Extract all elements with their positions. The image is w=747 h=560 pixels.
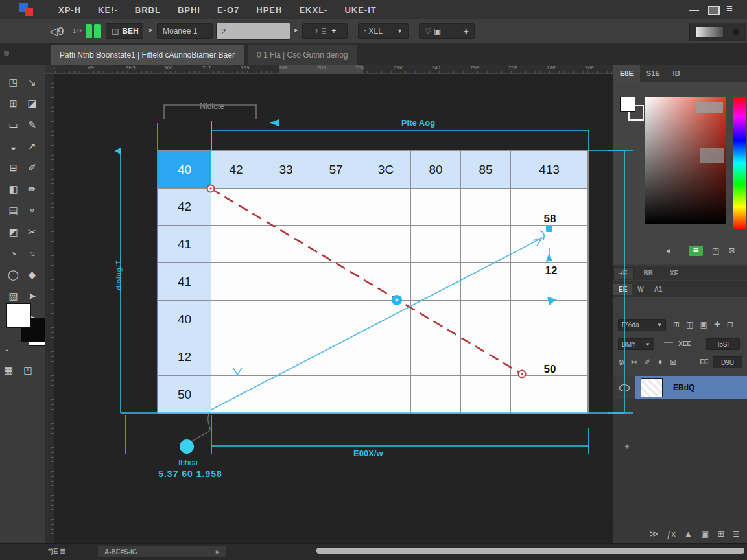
opacity-field[interactable]: IbSl — [706, 338, 740, 350]
bmy-select[interactable]: BMY ▼ — [618, 338, 654, 350]
minimize-button[interactable]: — — [689, 4, 699, 15]
tool-icon-4[interactable]: ▭ — [4, 117, 23, 134]
tool-icon-12[interactable]: ▤ — [4, 202, 23, 219]
tool-icon-15[interactable]: ✂ — [23, 224, 42, 240]
blend-mode-select[interactable]: E%da ▼ — [618, 319, 666, 331]
menu-item-3[interactable]: BPHI — [178, 5, 200, 15]
tool-icon-19[interactable]: ◆ — [23, 266, 42, 283]
tool-icon-1[interactable]: ↘ — [23, 74, 42, 91]
color-tab-0[interactable]: E8E — [613, 65, 640, 82]
selection-mode-group[interactable]: ♀ ⌸ + — [302, 23, 348, 39]
menu-item-2[interactable]: BRBL — [135, 5, 161, 15]
foreground-color-swatch[interactable] — [6, 303, 31, 328]
lock-icon-3[interactable]: ✚ — [714, 320, 720, 329]
style-dropdown[interactable]: ▫ XLL ▼ — [358, 23, 409, 39]
adjust-icon-1[interactable]: ✂ — [631, 358, 637, 367]
adjust-icon-2[interactable]: ✐ — [644, 358, 650, 367]
horizontal-scrollbar[interactable] — [316, 548, 744, 554]
tool-icon-11[interactable]: ✏ — [23, 181, 42, 198]
fill-field[interactable]: D9U — [713, 356, 742, 368]
color-panel-icon-3[interactable]: ⊠ — [728, 246, 735, 255]
menu-item-1[interactable]: KE!- — [98, 5, 118, 15]
tool-icon-17[interactable]: ≈ — [23, 245, 42, 262]
layers-empty-area — [613, 399, 747, 441]
tool-icon-0[interactable]: ◳ — [4, 74, 23, 91]
panel-mini-box[interactable]: +E — [613, 267, 634, 279]
maximize-button[interactable] — [708, 6, 720, 15]
lock-icon-4[interactable]: ⊟ — [727, 320, 733, 329]
tool-active-icon2[interactable] — [94, 24, 101, 38]
lock-icon-1[interactable]: ◫ — [686, 320, 693, 329]
lock-icon-0[interactable]: ⊞ — [673, 320, 680, 329]
tool-icon-2[interactable]: ⊞ — [4, 95, 23, 112]
chevron-right-icon[interactable]: ➤ — [148, 27, 153, 34]
tool-icon-14[interactable]: ◩ — [4, 224, 23, 240]
ruler-origin-box[interactable] — [45, 65, 54, 74]
preset-name-field[interactable]: Moanee 1 — [157, 23, 213, 39]
color-panel-icon-2[interactable]: ◳ — [712, 246, 719, 255]
zoom-level-label[interactable]: *)E ≣ — [48, 547, 66, 555]
tool-icon-6[interactable]: ◒ — [4, 138, 23, 155]
window-menu-button[interactable]: ≡ — [726, 3, 733, 16]
tool-icon-10[interactable]: ◧ — [4, 181, 23, 198]
table-cell-r6c4 — [361, 376, 411, 414]
tool-icon-5[interactable]: ✎ — [23, 117, 42, 134]
color-field[interactable] — [645, 97, 726, 224]
color-panel-icon-0[interactable]: ◄— — [664, 246, 680, 255]
color-tab-2[interactable]: IB — [667, 65, 687, 82]
menu-item-7[interactable]: UKE-IT — [344, 5, 376, 15]
menu-item-6[interactable]: EKXL- — [299, 5, 327, 15]
menu-item-5[interactable]: HPEH — [256, 5, 282, 15]
menu-item-4[interactable]: E-O7 — [217, 5, 239, 15]
shape-options-group[interactable]: ♡ ▣ + — [419, 23, 475, 39]
mini-tab-r1-0[interactable]: BB — [639, 268, 658, 279]
tool-icon-3[interactable]: ◪ — [23, 95, 42, 112]
tool-preset-button[interactable]: ◫ BEH — [106, 23, 143, 39]
layers-bottom-icon-3[interactable]: ▣ — [701, 529, 709, 539]
document-tab-2[interactable]: 0 1 Fla | Cso Gutnn denog — [248, 45, 357, 65]
layers-bottom-icon-0[interactable]: ≫ — [650, 529, 659, 539]
adjust-icon-3[interactable]: ✦ — [657, 358, 663, 367]
panel-collapse-icon[interactable] — [4, 51, 9, 56]
layer-row[interactable]: EBdQ — [613, 376, 747, 399]
layers-bottom-icons: ≫ƒx▲▣⊞≣ — [613, 524, 747, 543]
value-input[interactable]: 2 — [216, 23, 290, 40]
color-tab-1[interactable]: S1E — [640, 65, 667, 82]
mini-tab-r2-1[interactable]: W — [632, 284, 648, 295]
tool-icon-20[interactable]: ▧ — [4, 288, 23, 305]
undo-arrow-icon[interactable]: ◁9 — [49, 25, 64, 38]
workspace-switcher[interactable] — [689, 23, 746, 41]
color-panel-icon-1[interactable]: ≣ — [689, 246, 703, 256]
toolbox-bottom-icon-0[interactable]: ▦ — [4, 362, 13, 379]
layers-bottom-icon-5[interactable]: ≣ — [733, 529, 740, 539]
mini-tab-r2-2[interactable]: A1 — [649, 284, 668, 295]
table-cell-r6c0: 50 — [158, 376, 211, 414]
document-info-text: A-BE#S-IG — [104, 548, 137, 555]
layer-row-selected[interactable]: EBdQ — [635, 376, 747, 399]
layers-bottom-icon-4[interactable]: ⊞ — [717, 529, 724, 539]
adjust-icon-4[interactable]: ⊠ — [670, 358, 676, 367]
adjust-icon-0[interactable]: ⊗ — [618, 358, 624, 367]
chevron-right-icon2[interactable]: ➤ — [293, 27, 298, 34]
mini-tab-r1-1[interactable]: XE — [665, 268, 683, 279]
document-tab-1[interactable]: Patti Ntnb Boonstate1 | Fitteld cAunnoBi… — [51, 45, 244, 65]
tool-icon-13[interactable]: ⚬ — [23, 202, 42, 219]
swap-colors-icon[interactable]: ⌜ — [5, 349, 8, 357]
hue-slider[interactable] — [733, 97, 746, 229]
menu-item-0[interactable]: XP-H — [58, 5, 81, 15]
table-cell-r2c6 — [461, 226, 511, 263]
document-info-box[interactable]: A-BE#S-IG ▶ — [97, 546, 227, 558]
layers-bottom-icon-2[interactable]: ▲ — [684, 529, 693, 539]
toolbox-bottom-icon-1[interactable]: ◰ — [23, 362, 32, 379]
layers-bottom-icon-1[interactable]: ƒx — [667, 529, 676, 539]
tool-active-icon[interactable] — [86, 24, 92, 38]
tool-icon-18[interactable]: ◯ — [4, 266, 23, 283]
panel-fg-swatch[interactable] — [620, 97, 635, 112]
lock-icon-2[interactable]: ▣ — [700, 320, 707, 329]
tool-icon-7[interactable]: ↗ — [23, 138, 42, 155]
tool-icon-9[interactable]: ✐ — [23, 159, 42, 176]
layer-visibility-cell[interactable] — [613, 376, 635, 399]
tool-icon-8[interactable]: ⊟ — [4, 159, 23, 176]
mini-tab-r2-0[interactable]: EE — [613, 284, 632, 295]
tool-icon-16[interactable]: ◔ — [4, 245, 23, 262]
